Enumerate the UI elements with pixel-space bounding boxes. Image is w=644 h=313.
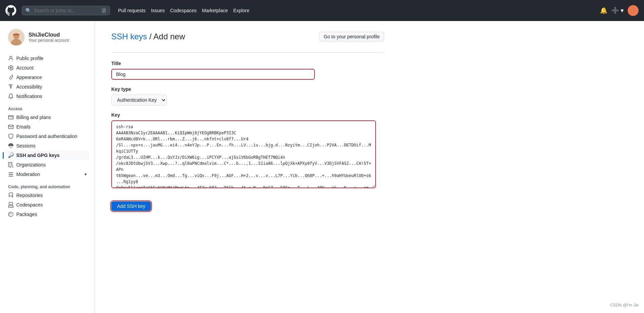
sidebar-item-label: Billing and plans xyxy=(16,115,51,120)
search-kbd: / xyxy=(102,8,106,13)
moderation-icon xyxy=(8,172,14,177)
wifi-icon xyxy=(8,143,14,149)
notifications-button[interactable]: 🔔 xyxy=(600,7,607,14)
sidebar-item-billing[interactable]: Billing and plans xyxy=(5,113,89,122)
sidebar-username: ShiJieCloud xyxy=(29,32,69,38)
bell-icon xyxy=(8,94,14,99)
sidebar-item-label: Public profile xyxy=(16,56,43,61)
search-input[interactable] xyxy=(34,8,99,13)
sidebar-item-password[interactable]: Password and authentication xyxy=(5,132,89,141)
sidebar: ShiJieCloud Your personal account Public… xyxy=(0,21,95,313)
nav-codespaces[interactable]: Codespaces xyxy=(170,8,196,13)
key-type-label: Key type xyxy=(111,86,384,92)
nav-issues[interactable]: Issues xyxy=(151,8,165,13)
org-icon xyxy=(8,162,14,168)
sidebar-item-label: Appearance xyxy=(16,75,42,80)
go-to-profile-button[interactable]: Go to your personal profile xyxy=(319,32,384,41)
sidebar-item-codespaces[interactable]: Codespaces xyxy=(5,200,89,210)
key-icon xyxy=(8,153,14,158)
add-ssh-key-button[interactable]: Add SSH key xyxy=(111,201,151,211)
chevron-down-icon: ▾ xyxy=(84,172,87,177)
sidebar-item-emails[interactable]: Emails xyxy=(5,122,89,132)
sidebar-item-label: Emails xyxy=(16,124,31,130)
breadcrumb-separator: / xyxy=(149,32,153,41)
top-navigation: 🔍 / Pull requests Issues Codespaces Mark… xyxy=(0,0,644,21)
search-bar[interactable]: 🔍 / xyxy=(22,6,110,15)
sidebar-item-label: Notifications xyxy=(16,94,42,99)
top-nav-right: 🔔 ➕ ▾ xyxy=(600,5,639,16)
nav-explore[interactable]: Explore xyxy=(233,8,249,13)
create-button[interactable]: ➕ ▾ xyxy=(611,7,624,14)
person-icon xyxy=(8,56,14,61)
sidebar-item-label: Password and authentication xyxy=(16,134,77,139)
sidebar-item-packages[interactable]: Packages xyxy=(5,210,89,219)
nav-marketplace[interactable]: Marketplace xyxy=(202,8,228,13)
shield-icon xyxy=(8,134,14,139)
key-textarea[interactable]: ssh-rsa AAAAB3NzaC1yc2EAAAAB1...KiQIpWmj… xyxy=(111,120,376,188)
page-title-text: Add new xyxy=(153,32,185,41)
sidebar-item-label: Packages xyxy=(16,212,37,217)
key-label: Key xyxy=(111,112,384,118)
accessibility-icon xyxy=(8,84,14,90)
key-type-select[interactable]: Authentication KeySigning Key xyxy=(111,95,167,105)
sidebar-item-label: Account xyxy=(16,65,34,71)
access-section-label: Access xyxy=(5,101,89,113)
gear-icon xyxy=(8,65,14,71)
page-layout: ShiJieCloud Your personal account Public… xyxy=(0,21,644,313)
sidebar-item-appearance[interactable]: Appearance xyxy=(5,73,89,82)
title-section: Title xyxy=(111,61,384,80)
key-type-section: Key type Authentication KeySigning Key xyxy=(111,86,384,105)
sidebar-profile: ShiJieCloud Your personal account xyxy=(5,29,89,45)
svg-point-3 xyxy=(13,33,19,39)
sidebar-item-accessibility[interactable]: Accessibility xyxy=(5,82,89,92)
sidebar-user-info: ShiJieCloud Your personal account xyxy=(29,32,69,43)
sidebar-item-moderation[interactable]: Moderation ▾ xyxy=(5,170,89,179)
sidebar-item-label: Repositories xyxy=(16,193,43,198)
sidebar-item-label: Accessibility xyxy=(16,84,42,90)
title-input[interactable] xyxy=(111,69,315,80)
ssh-keys-link[interactable]: SSH keys xyxy=(111,32,147,41)
sidebar-item-public-profile[interactable]: Public profile xyxy=(5,54,89,63)
automation-section-label: Code, planning, and automation xyxy=(5,179,89,191)
paintbrush-icon xyxy=(8,75,14,80)
avatar[interactable] xyxy=(628,5,639,16)
watermark: CSDN @I'm Jie xyxy=(610,303,639,308)
sidebar-item-account[interactable]: Account xyxy=(5,63,89,73)
avatar xyxy=(8,29,24,45)
svg-point-0 xyxy=(630,7,636,12)
sidebar-item-sessions[interactable]: Sessions xyxy=(5,141,89,151)
sidebar-item-label: Sessions xyxy=(16,143,36,149)
top-nav-links: Pull requests Issues Codespaces Marketpl… xyxy=(118,8,249,13)
repo-icon xyxy=(8,193,14,198)
credit-card-icon xyxy=(8,115,14,120)
page-header: SSH keys / Add new Go to your personal p… xyxy=(111,32,384,41)
svg-point-1 xyxy=(628,12,638,16)
key-section: Key ssh-rsa AAAAB3NzaC1yc2EAAAAB1...KiQI… xyxy=(111,112,384,189)
sidebar-subtitle: Your personal account xyxy=(29,38,69,43)
header-divider xyxy=(111,52,384,53)
sidebar-item-repositories[interactable]: Repositories xyxy=(5,191,89,200)
title-label: Title xyxy=(111,61,384,66)
nav-pull-requests[interactable]: Pull requests xyxy=(118,8,146,13)
svg-rect-5 xyxy=(13,34,20,35)
page-title: SSH keys / Add new xyxy=(111,32,185,41)
sidebar-item-label: SSH and GPG keys xyxy=(16,153,60,158)
sidebar-item-ssh-gpg[interactable]: SSH and GPG keys xyxy=(5,151,89,160)
packages-icon xyxy=(8,212,14,217)
mail-icon xyxy=(8,124,14,130)
main-content: SSH keys / Add new Go to your personal p… xyxy=(95,21,400,313)
sidebar-item-label: Moderation xyxy=(16,172,40,177)
search-icon: 🔍 xyxy=(25,8,31,13)
sidebar-item-notifications[interactable]: Notifications xyxy=(5,92,89,101)
sidebar-item-label: Codespaces xyxy=(16,202,43,208)
sidebar-item-label: Organizations xyxy=(16,162,45,168)
github-logo[interactable] xyxy=(5,5,16,16)
codespaces-icon xyxy=(8,202,14,208)
sidebar-item-organizations[interactable]: Organizations xyxy=(5,160,89,170)
